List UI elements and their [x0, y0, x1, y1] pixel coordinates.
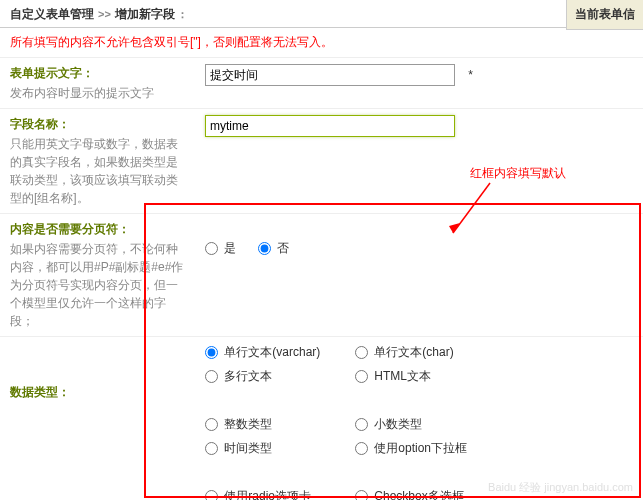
current-form-tab[interactable]: 当前表单信 [566, 0, 643, 30]
paging-no[interactable]: 否 [258, 239, 289, 257]
watermark: Baidu 经验 jingyan.baidu.com [488, 480, 633, 495]
dtype-radio-group: 单行文本(varchar) 单行文本(char) 多行文本 HTML文本 整数类… [205, 343, 633, 500]
field-dtype-title: 数据类型： [10, 383, 185, 401]
dtype-option-1[interactable]: 单行文本(char) [355, 343, 505, 361]
field-paging-desc: 如果内容需要分页符，不论何种内容，都可以用#P#副标题#e#作为分页符号实现内容… [10, 242, 183, 328]
dtype-option-12[interactable]: 使用radio选项卡 [205, 487, 355, 500]
dtype-option-2[interactable]: 多行文本 [205, 367, 355, 385]
dtype-option-8[interactable]: 时间类型 [205, 439, 355, 457]
field-name-title: 字段名称： [10, 115, 185, 133]
dtype-option-0[interactable]: 单行文本(varchar) [205, 343, 355, 361]
dtype-option-13[interactable]: Checkbox多选框 [355, 487, 505, 500]
dtype-option-9[interactable]: 使用option下拉框 [355, 439, 505, 457]
required-mark: * [468, 68, 473, 82]
field-hint-desc: 发布内容时显示的提示文字 [10, 86, 154, 100]
hint-input[interactable] [205, 64, 455, 86]
dtype-option-7[interactable]: 小数类型 [355, 415, 505, 433]
paging-yes[interactable]: 是 [205, 239, 236, 257]
field-paging-title: 内容是否需要分页符： [10, 220, 185, 238]
field-name-desc: 只能用英文字母或数字，数据表的真实字段名，如果数据类型是联动类型，该项应该填写联… [10, 137, 178, 205]
dtype-option-3[interactable]: HTML文本 [355, 367, 505, 385]
paging-radio-group: 是 否 [205, 238, 633, 257]
dtype-option-6[interactable]: 整数类型 [205, 415, 355, 433]
breadcrumb: 自定义表单管理>>增加新字段： [10, 7, 188, 21]
name-input[interactable] [205, 115, 455, 137]
annotation-text: 红框内容填写默认 [470, 165, 566, 182]
warning-text: 所有填写的内容不允许包含双引号["]，否则配置将无法写入。 [0, 28, 643, 57]
field-hint-title: 表单提示文字： [10, 64, 185, 82]
